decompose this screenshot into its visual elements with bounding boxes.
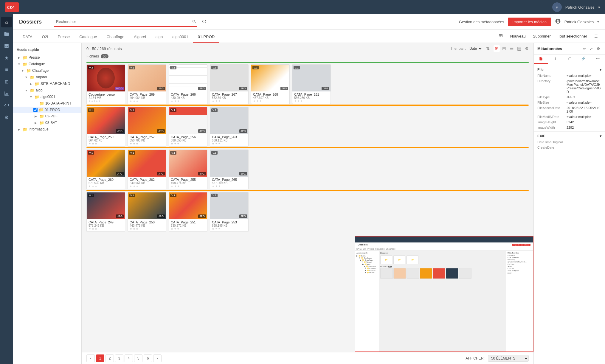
card-cata-266[interactable]: V.1 JPG CATA_Page_266 430.99 KB ★ ★ ★ — [169, 64, 207, 104]
tree-toggle-chauffage[interactable]: ▼ — [20, 68, 25, 73]
sidebar-icon-grid[interactable]: ⊞ — [1, 76, 12, 87]
navbar-dropdown-arrow[interactable]: ▾ — [598, 5, 600, 10]
card-cata-251[interactable]: V.1 JPG CATA_Page_251 530.372 KB ★ ★ ★ — [169, 192, 207, 232]
view-grid-button[interactable]: ⊞ — [494, 45, 500, 52]
tree-toggle-presse[interactable]: ▶ — [17, 55, 21, 60]
tree-toggle-08bat[interactable]: ▶ — [33, 120, 38, 125]
tree-toggle-algorel[interactable]: ▼ — [24, 75, 29, 80]
card-cata-256[interactable]: V.1 JPG CATA_Page_256 588.055 KB ★ ★ ★ — [169, 107, 207, 147]
search-button[interactable] — [192, 19, 197, 25]
tree-item-informatique[interactable]: ▶ 📁 Informatique — [13, 126, 81, 133]
tab-catalogue[interactable]: Catalogue — [75, 32, 102, 43]
tree-item-algorel[interactable]: ▼ 📁 Algorel — [13, 74, 81, 80]
sidebar-icon-chart[interactable] — [1, 88, 12, 99]
page-2-button[interactable]: 2 — [106, 354, 114, 362]
tab-01prod[interactable]: 01-PROD — [193, 32, 219, 43]
tree-item-algo[interactable]: ▼ 📁 algo — [13, 87, 81, 94]
tree-item-algo0001[interactable]: ▼ 📁 algo0001 — [13, 94, 81, 100]
meta-edit-button[interactable]: ✏ — [582, 46, 587, 52]
card-cata-262[interactable]: V.1 JPG CATA_Page_262 540.964 KB ★ ★ ★ — [128, 150, 166, 189]
tab-algo[interactable]: algo — [151, 32, 168, 43]
sidebar-icon-settings[interactable]: ⚙ — [1, 112, 12, 123]
page-next-button[interactable]: › — [153, 354, 162, 362]
search-input[interactable] — [54, 17, 197, 27]
meta-tab-file[interactable] — [534, 55, 548, 64]
meta-collapse-exif[interactable]: ▾ — [600, 134, 601, 138]
tout-selectionner-button[interactable]: Tout sélectionner — [556, 33, 590, 40]
tree-toggle-algo[interactable]: ▼ — [24, 88, 29, 93]
metadata-link[interactable]: Gestion des métadonnées — [459, 20, 504, 24]
page-3-button[interactable]: 3 — [115, 354, 123, 362]
sort-order-button[interactable]: ⇅ — [485, 45, 491, 52]
sidebar-icon-image[interactable] — [1, 41, 12, 51]
per-page-select[interactable]: 50 ÉLÉMENTS 25 ÉLÉMENTS 100 ÉLÉMENTS — [488, 355, 529, 362]
tab-chauffage[interactable]: Chauffage — [102, 32, 129, 43]
view-list-button[interactable]: ☰ — [508, 45, 515, 52]
tree-item-02pdf[interactable]: ▶ 📁 02-PDF — [13, 113, 81, 119]
tree-item-catalogue[interactable]: ▼ 📁 Catalogue — [13, 61, 81, 67]
card-cata-253[interactable]: V.1 JPG CATA_Page_253 668.195 KB ★ ★ ★ — [210, 192, 249, 232]
card-cata-261[interactable]: V.1 JPG CATA_Page_261 556.236 KB ★ ★ ★ — [292, 64, 331, 104]
tree-item-10dataprint[interactable]: ▶ 📁 10-DATA-PRINT — [13, 100, 81, 107]
meta-expand-button[interactable]: ⤢ — [589, 46, 594, 52]
meta-collapse-file[interactable]: ▾ — [600, 68, 601, 72]
page-1-button[interactable]: 1 — [96, 354, 104, 362]
user-icon-button[interactable] — [555, 18, 561, 26]
sidebar-icon-tag[interactable]: 🏷 — [1, 100, 12, 111]
tree-toggle-sitemarchand[interactable]: ▶ — [29, 81, 33, 86]
page-5-button[interactable]: 5 — [134, 354, 142, 362]
sidebar-icon-home[interactable]: ⌂ — [1, 17, 12, 27]
tree-item-presse[interactable]: ▶ 📁 Presse — [13, 54, 81, 61]
card-cata-265[interactable]: V.1 JPG CATA_Page_265 587.909 KB ★ ★ ★ — [210, 150, 249, 189]
sidebar-icon-folder[interactable] — [1, 29, 12, 39]
tab-algo0001[interactable]: algo0001 — [167, 32, 193, 43]
view-medium-button[interactable]: ⊟ — [501, 45, 507, 52]
tree-toggle-catalogue[interactable]: ▼ — [17, 62, 21, 66]
view-columns-button[interactable] — [496, 32, 505, 40]
tree-toggle-informatique[interactable]: ▶ — [17, 127, 21, 132]
refresh-button[interactable] — [201, 19, 207, 25]
tab-presse[interactable]: Presse — [53, 32, 75, 43]
meta-tab-link[interactable]: 🔗 — [576, 55, 591, 64]
tab-algorel[interactable]: Algorel — [129, 32, 151, 43]
sidebar-icon-list[interactable]: ≡ — [1, 64, 12, 75]
card-cata-249[interactable]: V.1 JPG CATA_Page_249 573.246 KB ★ ★ ★ — [86, 192, 125, 232]
card-cata-269[interactable]: V.1 JPG CATA_Page_269 494.064 KB ★ ★ ★ — [128, 64, 166, 104]
sidebar-icon-star[interactable]: ★ — [1, 52, 12, 63]
card-cata-267[interactable]: V.1 JPG CATA_Page_267 552.69 KB ★ ★ ★ — [210, 64, 249, 104]
nouveau-button[interactable]: Nouveau — [508, 33, 528, 40]
meta-tab-tag[interactable]: 🏷 — [562, 55, 577, 64]
tree-item-chauffage[interactable]: ▼ 📁 Chauffage — [13, 67, 81, 74]
meta-tab-dots[interactable]: ••• — [591, 55, 605, 64]
card-cata-257[interactable]: V.1 JPG CATA_Page_257 650.785 KB ★ ★ ★ — [128, 107, 166, 147]
user-dropdown-arrow[interactable]: ▾ — [597, 20, 599, 24]
tree-item-sitemarchand[interactable]: ▶ 📁 SITE MARCHAND — [13, 80, 81, 87]
card-cata-255[interactable]: V.1 JPG CATA_Page_255 498.474 KB ★ ★ ★ — [169, 150, 207, 189]
more-options-button[interactable]: ☰ — [592, 33, 600, 40]
card-cata-260[interactable]: V.1 JPG CATA_Page_260 579.532 KB ★ ★ ★ — [86, 150, 125, 189]
tab-o2i[interactable]: O2I — [37, 32, 53, 43]
page-prev-button[interactable]: ‹ — [86, 354, 95, 362]
view-detail-button[interactable]: ▤ — [516, 45, 522, 52]
page-6-button[interactable]: 6 — [144, 354, 152, 362]
meta-tab-info[interactable]: ℹ — [548, 55, 562, 64]
meta-settings-button[interactable]: ⚙ — [595, 46, 601, 52]
app-logo[interactable]: O2 — [5, 2, 20, 13]
page-4-button[interactable]: 4 — [125, 354, 133, 362]
tree-toggle-02pdf[interactable]: ▶ — [33, 114, 38, 119]
tree-item-01prod[interactable]: 📁 01-PROD — [13, 107, 81, 113]
checkbox-01prod[interactable] — [33, 108, 38, 112]
card-cata-263[interactable]: V.1 JPG CATA_Page_263 568.111 KB ★ ★ ★ — [210, 107, 249, 147]
tree-item-08bat[interactable]: ▶ 📁 08-BAT — [13, 119, 81, 126]
meta-section-exif[interactable]: EXIF ▾ — [534, 133, 605, 139]
grid-settings-button[interactable]: ⚙ — [525, 46, 529, 51]
meta-section-file[interactable]: File ▾ — [534, 66, 605, 73]
card-cata-259[interactable]: V.1 JPG CATA_Page_259 564.62 KB ★ ★ ★ — [86, 107, 125, 147]
supprimer-button[interactable]: Supprimer — [530, 33, 553, 40]
card-cata-268[interactable]: V.1 JPG CATA_Page_268 457.697 KB ★ ★ ★ — [251, 64, 290, 104]
tab-data[interactable]: DATA — [18, 32, 37, 43]
card-cata-250[interactable]: V.1 JPG CATA_Page_250 443.475 KB ★ ★ ★ — [128, 192, 166, 232]
tree-toggle-algo0001[interactable]: ▼ — [29, 94, 33, 99]
card-couverture-perso[interactable]: V.2 INDD Couverture_perso 2.154 MB ★★★★★ — [86, 64, 125, 104]
import-button[interactable]: Importer les médias — [508, 18, 551, 26]
